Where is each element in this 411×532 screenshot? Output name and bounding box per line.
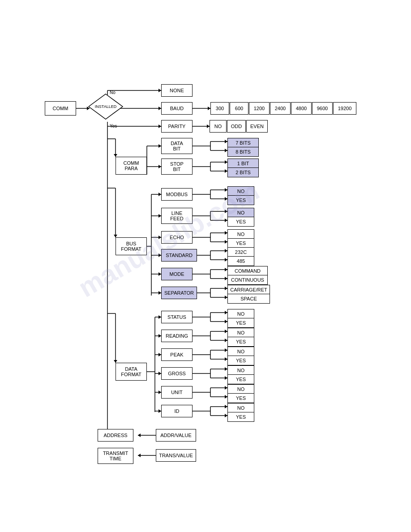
svg-text:INSTALLED: INSTALLED bbox=[95, 104, 117, 109]
reading-label: READING bbox=[166, 333, 188, 339]
baud-label: BAUD bbox=[170, 106, 184, 111]
unit-label: UNIT bbox=[171, 390, 183, 395]
stop-bit-label: STOP BIT bbox=[170, 161, 184, 172]
svg-text:Yes: Yes bbox=[110, 124, 117, 129]
baud-opt-9600: 9600 bbox=[312, 102, 333, 115]
data-format-box: DATA FORMAT bbox=[116, 363, 147, 381]
baud-opt-1200: 1200 bbox=[249, 102, 270, 115]
data-bit-label: DATA BIT bbox=[171, 141, 183, 151]
svg-marker-63 bbox=[138, 454, 141, 457]
peak-opt-yes: YES bbox=[227, 356, 254, 365]
bus-format-label: BUS FORMAT bbox=[121, 241, 141, 252]
status-box: STATUS bbox=[161, 311, 193, 323]
transmit-time-box: TRANSMIT TIME bbox=[98, 448, 133, 464]
modbus-opt-yes: YES bbox=[227, 195, 254, 205]
standard-opt-485: 485 bbox=[227, 256, 254, 266]
line-feed-box: LINE FEED bbox=[161, 208, 193, 224]
installed-diamond: INSTALLED bbox=[88, 93, 124, 120]
stop-bit-box: STOP BIT bbox=[161, 159, 193, 175]
none-label: NONE bbox=[170, 88, 184, 93]
peak-box: PEAK bbox=[161, 348, 193, 361]
modbus-label: MODBUS bbox=[166, 192, 188, 197]
reading-box: READING bbox=[161, 330, 193, 342]
stop-bit-opt-1: 1 BIT bbox=[227, 159, 259, 168]
gross-opt-no: NO bbox=[227, 365, 254, 375]
status-opt-yes: YES bbox=[227, 318, 254, 328]
comm-para-box: COMM PARA bbox=[116, 157, 147, 175]
id-opt-yes: YES bbox=[227, 412, 254, 422]
unit-opt-yes: YES bbox=[227, 393, 254, 403]
gross-opt-yes: YES bbox=[227, 374, 254, 384]
svg-marker-59 bbox=[138, 433, 141, 437]
standard-opt-232c: 232C bbox=[227, 247, 254, 257]
baud-opt-19200: 19200 bbox=[333, 102, 356, 115]
line-feed-opt-yes: YES bbox=[227, 217, 254, 227]
echo-opt-no: NO bbox=[227, 229, 254, 239]
comm-para-label: COMM PARA bbox=[124, 160, 139, 171]
reading-opt-yes: YES bbox=[227, 337, 254, 347]
baud-opt-2400: 2400 bbox=[270, 102, 291, 115]
line-feed-label: LINE FEED bbox=[170, 210, 183, 221]
mode-opt-command: COMMAND bbox=[227, 266, 268, 276]
parity-label: PARITY bbox=[168, 124, 186, 129]
parity-opt-no: NO bbox=[210, 120, 227, 133]
addr-value-label: ADDR/VALUE bbox=[160, 433, 191, 438]
transmit-time-label: TRANSMIT TIME bbox=[103, 450, 128, 461]
parity-box: PARITY bbox=[161, 120, 193, 133]
parity-opt-odd: ODD bbox=[227, 120, 246, 133]
stop-bit-opt-2: 2 BITS bbox=[227, 167, 259, 177]
none-box: NONE bbox=[161, 84, 193, 97]
modbus-opt-no: NO bbox=[227, 186, 254, 196]
trans-value-box: TRANS/VALUE bbox=[156, 449, 196, 462]
data-bit-box: DATA BIT bbox=[161, 138, 193, 154]
echo-label: ECHO bbox=[170, 235, 184, 240]
id-opt-no: NO bbox=[227, 403, 254, 413]
status-label: STATUS bbox=[167, 314, 186, 320]
echo-opt-yes: YES bbox=[227, 238, 254, 248]
echo-box: ECHO bbox=[161, 231, 193, 244]
mode-label: MODE bbox=[170, 271, 184, 277]
comm-label: COMM bbox=[53, 106, 68, 111]
mode-box: MODE bbox=[161, 268, 193, 280]
status-opt-no: NO bbox=[227, 309, 254, 319]
separator-label: SEPARATOR bbox=[164, 290, 194, 296]
modbus-box: MODBUS bbox=[161, 188, 193, 201]
bus-format-box: BUS FORMAT bbox=[116, 237, 147, 255]
baud-opt-600: 600 bbox=[230, 102, 248, 115]
unit-box: UNIT bbox=[161, 386, 193, 399]
line-feed-opt-no: NO bbox=[227, 208, 254, 218]
address-box: ADDRESS bbox=[98, 429, 133, 442]
gross-box: GROSS bbox=[161, 367, 193, 380]
data-format-label: DATA FORMAT bbox=[121, 366, 141, 377]
addr-value-box: ADDR/VALUE bbox=[156, 429, 196, 442]
mode-opt-continuous: CONTINUOUS bbox=[227, 275, 268, 285]
separator-opt-space: SPACE bbox=[227, 294, 270, 304]
reading-opt-no: NO bbox=[227, 328, 254, 338]
separator-box: SEPARATOR bbox=[161, 287, 197, 299]
comm-box: COMM bbox=[45, 101, 76, 116]
parity-opt-even: EVEN bbox=[246, 120, 268, 133]
standard-box: STANDARD bbox=[161, 249, 197, 262]
baud-opt-300: 300 bbox=[210, 102, 229, 115]
baud-opt-4800: 4800 bbox=[291, 102, 312, 115]
address-label: ADDRESS bbox=[103, 433, 127, 438]
trans-value-label: TRANS/VALUE bbox=[159, 453, 193, 458]
data-bit-opt-8: 8 BITS bbox=[227, 147, 259, 157]
baud-box: BAUD bbox=[161, 102, 193, 115]
separator-opt-carriage: CARRIAGE/RET bbox=[227, 285, 270, 295]
peak-opt-no: NO bbox=[227, 347, 254, 356]
id-box: ID bbox=[161, 405, 193, 417]
data-bit-opt-7: 7 BITS bbox=[227, 138, 259, 148]
diagram: manualslib.com No Yes bbox=[0, 0, 411, 532]
unit-opt-no: NO bbox=[227, 384, 254, 394]
gross-label: GROSS bbox=[168, 371, 186, 376]
peak-label: PEAK bbox=[170, 352, 183, 357]
id-label: ID bbox=[175, 408, 180, 414]
standard-label: STANDARD bbox=[166, 253, 193, 258]
